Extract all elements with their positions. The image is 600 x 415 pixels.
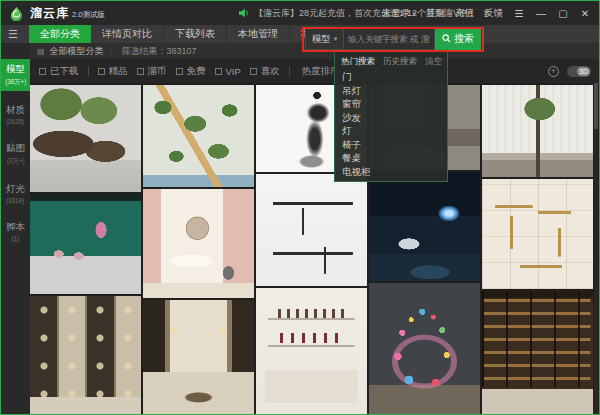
3d-view-toggle[interactable]: 3D <box>567 66 591 77</box>
feedback-button[interactable]: 反馈 <box>484 7 503 20</box>
filter-checkbox-premium[interactable]: 精品 <box>98 65 128 78</box>
filter-label: VIP <box>226 66 241 77</box>
app-logo-icon <box>9 6 24 21</box>
model-thumbnail-black-console-tables[interactable] <box>256 174 367 286</box>
sidebar-item-count: (38万+) <box>5 78 26 87</box>
model-thumbnail-zen-tree-wall[interactable] <box>482 85 593 177</box>
sidebar-item-count: (3万+) <box>7 157 25 166</box>
model-thumbnail-wine-display-cabinet[interactable] <box>482 291 593 414</box>
app-window: 溜云库 2.0测试版 【溜云库】28元起充值，首次充值送1-12个月溜溜VIP！… <box>0 0 600 415</box>
title-bar: 溜云库 2.0测试版 【溜云库】28元起充值，首次充值送1-12个月溜溜VIP！… <box>1 1 599 25</box>
scrollbar-track[interactable] <box>594 83 598 415</box>
history-search-tab[interactable]: 历史搜索 <box>383 56 417 68</box>
hot-search-item-sofa[interactable]: 沙发 <box>335 111 447 125</box>
sidebar-item-label: 模型 <box>6 63 25 76</box>
tab-all-categories[interactable]: 全部分类 <box>29 25 91 43</box>
filter-label: 免费 <box>187 65 206 78</box>
search-suggest-header: 热门搜索 历史搜索 清空 <box>335 52 447 70</box>
close-icon[interactable]: ✕ <box>579 8 591 19</box>
filter-checkbox-vip[interactable]: VIP <box>215 66 241 77</box>
filter-checkbox-downloaded[interactable]: 已下载 <box>39 65 79 78</box>
sidebar-collapse-icon[interactable]: ☰ <box>8 25 18 43</box>
clear-history-button[interactable]: 清空 <box>425 56 442 68</box>
hot-search-item-lamp[interactable]: 灯 <box>335 124 447 138</box>
model-grid <box>30 83 593 415</box>
grid-column <box>30 85 141 415</box>
filter-checkbox-free[interactable]: 免费 <box>176 65 206 78</box>
model-thumbnail-pink-bathroom[interactable] <box>143 189 254 298</box>
hot-search-item-tv-cabinet[interactable]: 电视柜 <box>335 165 447 179</box>
sidebar-item-script[interactable]: 脚本(1) <box>1 217 30 246</box>
checkbox-icon <box>39 68 46 75</box>
sidebar-item-label: 灯光 <box>6 183 25 196</box>
add-icon[interactable]: + <box>548 66 559 77</box>
sidebar-item-count: (1) <box>12 235 20 241</box>
checkbox-icon <box>98 68 105 75</box>
hot-search-item-pendant-light[interactable]: 吊灯 <box>335 84 447 98</box>
model-thumbnail-green-beauty-salon[interactable] <box>30 194 141 294</box>
filter-label: 溜币 <box>148 65 167 78</box>
filter-checkbox-like[interactable]: 喜欢 <box>250 65 280 78</box>
hot-search-item-chair[interactable]: 椅子 <box>335 138 447 152</box>
app-name: 溜云库 <box>30 5 69 22</box>
sidebar-item-material[interactable]: 材质(2635) <box>1 100 30 129</box>
tab-detail-compare[interactable]: 详情页对比 <box>91 25 164 43</box>
hot-search-item-curtain[interactable]: 窗帘 <box>335 97 447 111</box>
search-input[interactable] <box>343 28 435 50</box>
breadcrumb-root[interactable]: 全部模型分类 <box>50 45 104 58</box>
hot-search-tab[interactable]: 热门搜索 <box>341 56 375 68</box>
checkbox-icon <box>250 68 257 75</box>
sidebar-item-model[interactable]: 模型(38万+) <box>1 59 30 91</box>
search-icon <box>442 34 451 45</box>
filter-label: 喜欢 <box>261 65 280 78</box>
sidebar-item-count: (1819) <box>6 197 24 203</box>
titlebar-actions: 未登录▾ 签到 充值 反馈 ☰ — ▢ ✕ <box>382 1 591 25</box>
search-button[interactable]: 搜索 <box>435 28 481 50</box>
model-thumbnail-marble-hallway[interactable] <box>143 300 254 415</box>
search-bar: 模型 ▾ 搜索 <box>305 28 481 50</box>
app-version: 2.0测试版 <box>72 10 105 20</box>
sidebar-item-label: 材质 <box>6 104 25 117</box>
model-thumbnail-wooden-grab-bars[interactable] <box>482 179 593 289</box>
tab-download-list[interactable]: 下载列表 <box>164 25 227 43</box>
menu-icon[interactable]: ☰ <box>513 8 525 19</box>
maximize-icon[interactable]: ▢ <box>557 8 569 19</box>
model-thumbnail-park-aerial-plan[interactable] <box>143 85 254 187</box>
sidebar-item-label: 脚本 <box>6 221 25 234</box>
breadcrumb-separator-icon: 〉 <box>109 46 117 57</box>
recharge-button[interactable]: 充值 <box>455 7 474 20</box>
divider <box>88 66 89 76</box>
grid-column <box>143 85 254 415</box>
filter-bar: 已下载 精品溜币免费VIP喜欢 热度排序 ▾ 风格 ▾ + 3D <box>30 59 600 83</box>
filter-label: 已下载 <box>50 65 79 78</box>
caret-down-icon: ▾ <box>412 10 416 17</box>
sidebar-item-texture[interactable]: 贴图(3万+) <box>1 138 30 170</box>
checkbox-icon <box>215 68 222 75</box>
speaker-icon <box>239 4 250 22</box>
tab-local-manage[interactable]: 本地管理 <box>227 25 290 43</box>
sidebar-item-count: (2635) <box>6 118 24 124</box>
hot-search-item-dining-table[interactable]: 餐桌 <box>335 151 447 165</box>
checkin-button[interactable]: 签到 <box>426 7 445 20</box>
grid-column <box>482 85 593 415</box>
search-category-dropdown[interactable]: 模型 ▾ <box>305 28 343 50</box>
model-thumbnail-dental-clinic[interactable] <box>369 172 480 281</box>
model-thumbnail-lattice-pattern-panels[interactable] <box>30 296 141 415</box>
filter-checkbox-liu-coin[interactable]: 溜币 <box>137 65 167 78</box>
model-thumbnail-white-display-cabinet[interactable] <box>256 288 367 414</box>
sidebar-item-light[interactable]: 灯光(1819) <box>1 179 30 208</box>
filter-label: 精品 <box>109 65 128 78</box>
breadcrumb-result-count: 筛选结果：383107 <box>122 45 197 58</box>
filter-bar-right: + 3D <box>548 66 591 77</box>
checkbox-icon <box>176 68 183 75</box>
minimize-icon[interactable]: — <box>535 8 547 19</box>
model-thumbnail-balloon-arch-decor[interactable] <box>369 283 480 414</box>
scrollbar-thumb[interactable] <box>594 83 598 129</box>
category-grid-icon: ▤ <box>37 47 45 56</box>
hot-search-item-door[interactable]: 门 <box>335 70 447 84</box>
model-thumbnail-treehouse-playhouses[interactable] <box>30 85 141 192</box>
caret-down-icon: ▾ <box>334 35 338 43</box>
login-button[interactable]: 未登录▾ <box>382 7 416 20</box>
search-suggest-panel: 热门搜索 历史搜索 清空 门吊灯窗帘沙发灯椅子餐桌电视柜 <box>334 51 448 182</box>
divider <box>289 66 290 76</box>
